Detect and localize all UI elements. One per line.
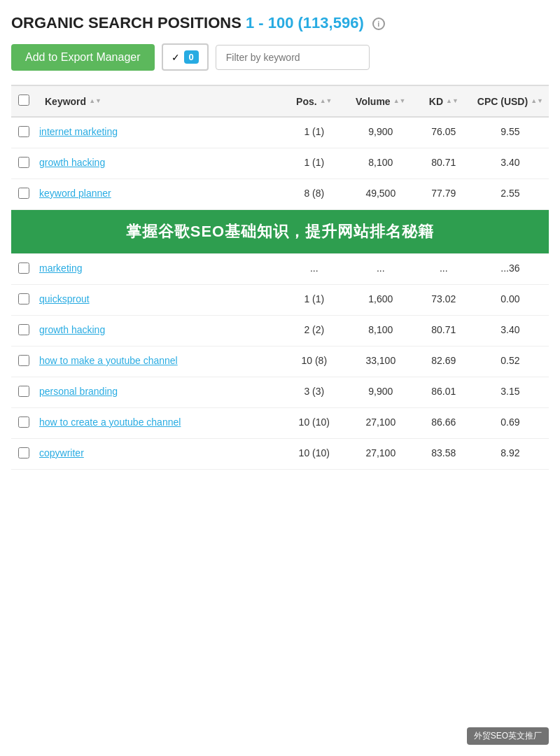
kd-cell: 76.05 bbox=[416, 117, 472, 148]
keyword-cell: keyword planner bbox=[36, 179, 283, 210]
pos-cell: 10 (8) bbox=[283, 346, 346, 377]
keyword-cell: growth hacking bbox=[36, 316, 283, 346]
row-checkbox[interactable] bbox=[18, 416, 29, 428]
check-badge: 0 bbox=[184, 50, 199, 64]
info-icon[interactable]: i bbox=[372, 18, 385, 30]
sort-arrows-cpc[interactable]: ▲▼ bbox=[531, 98, 543, 104]
kd-cell: ... bbox=[416, 254, 472, 285]
pos-cell: 10 (10) bbox=[283, 408, 346, 439]
row-checkbox[interactable] bbox=[18, 355, 29, 366]
row-checkbox[interactable] bbox=[18, 386, 29, 397]
keyword-cell: how to create a youtube channel bbox=[36, 408, 283, 439]
row-checkbox-cell bbox=[11, 316, 36, 346]
table-row: personal branding3 (3)9,90086.013.15 bbox=[11, 377, 549, 408]
header-volume-label: Volume bbox=[356, 96, 391, 107]
sort-arrows-volume[interactable]: ▲▼ bbox=[393, 98, 406, 104]
cpc-cell: 8.92 bbox=[472, 439, 549, 470]
cpc-cell: ...36 bbox=[472, 254, 549, 285]
row-checkbox-cell bbox=[11, 408, 36, 439]
volume-cell: 27,100 bbox=[346, 408, 416, 439]
banner-cell: 掌握谷歌SEO基础知识，提升网站排名秘籍 bbox=[11, 210, 549, 254]
row-checkbox[interactable] bbox=[18, 262, 29, 274]
header-kd: KD ▲▼ bbox=[416, 85, 472, 117]
cpc-cell: 3.40 bbox=[472, 148, 549, 179]
keyword-link[interactable]: internet marketing bbox=[39, 126, 118, 137]
keyword-link[interactable]: how to create a youtube channel bbox=[39, 416, 181, 428]
cpc-cell: 9.55 bbox=[472, 117, 549, 148]
table-header-row: Keyword ▲▼ Pos. ▲▼ Volume ▲▼ bbox=[11, 85, 549, 117]
row-checkbox-cell bbox=[11, 285, 36, 316]
keywords-table: Keyword ▲▼ Pos. ▲▼ Volume ▲▼ bbox=[11, 85, 549, 470]
cpc-cell: 3.15 bbox=[472, 377, 549, 408]
keyword-cell: marketing bbox=[36, 254, 283, 285]
row-checkbox-cell bbox=[11, 179, 36, 210]
table-row: quicksprout1 (1)1,60073.020.00 bbox=[11, 285, 549, 316]
keyword-link[interactable]: personal branding bbox=[39, 386, 118, 397]
toolbar: Add to Export Manager ✓ 0 bbox=[11, 43, 549, 71]
keyword-link[interactable]: keyword planner bbox=[39, 188, 111, 199]
row-checkbox[interactable] bbox=[18, 447, 29, 458]
cpc-cell: 0.69 bbox=[472, 408, 549, 439]
row-checkbox[interactable] bbox=[18, 157, 29, 168]
keyword-link[interactable]: how to make a youtube channel bbox=[39, 355, 178, 366]
check-icon: ✓ bbox=[172, 52, 180, 63]
select-all-checkbox[interactable] bbox=[18, 94, 29, 106]
kd-cell: 80.71 bbox=[416, 148, 472, 179]
kd-cell: 77.79 bbox=[416, 179, 472, 210]
table-row: keyword planner8 (8)49,50077.792.55 bbox=[11, 179, 549, 210]
table-row: growth hacking1 (1)8,10080.713.40 bbox=[11, 148, 549, 179]
row-checkbox[interactable] bbox=[18, 293, 29, 304]
export-button[interactable]: Add to Export Manager bbox=[11, 44, 155, 71]
keyword-cell: personal branding bbox=[36, 377, 283, 408]
cpc-cell: 0.00 bbox=[472, 285, 549, 316]
page-title: ORGANIC SEARCH POSITIONS 1 - 100 (113,59… bbox=[11, 14, 549, 32]
banner-text: 掌握谷歌SEO基础知识，提升网站排名秘籍 bbox=[11, 210, 549, 253]
keyword-link[interactable]: marketing bbox=[39, 262, 82, 274]
volume-cell: 8,100 bbox=[346, 316, 416, 346]
filter-input[interactable] bbox=[216, 45, 370, 70]
row-checkbox[interactable] bbox=[18, 188, 29, 199]
sort-arrows-keyword[interactable]: ▲▼ bbox=[89, 98, 102, 104]
cpc-cell: 3.40 bbox=[472, 316, 549, 346]
row-checkbox-cell bbox=[11, 439, 36, 470]
volume-cell: 27,100 bbox=[346, 439, 416, 470]
pos-cell: 2 (2) bbox=[283, 316, 346, 346]
keyword-link[interactable]: quicksprout bbox=[39, 293, 90, 304]
table-row: how to make a youtube channel10 (8)33,10… bbox=[11, 346, 549, 377]
cpc-cell: 2.55 bbox=[472, 179, 549, 210]
banner-row: 掌握谷歌SEO基础知识，提升网站排名秘籍 bbox=[11, 210, 549, 254]
table-row: growth hacking2 (2)8,10080.713.40 bbox=[11, 316, 549, 346]
keyword-link[interactable]: growth hacking bbox=[39, 157, 105, 168]
volume-cell: ... bbox=[346, 254, 416, 285]
pos-cell: ... bbox=[283, 254, 346, 285]
row-checkbox[interactable] bbox=[18, 126, 29, 137]
kd-cell: 86.01 bbox=[416, 377, 472, 408]
header-cpc: CPC (USD) ▲▼ bbox=[472, 85, 549, 117]
table-row: marketing............36 bbox=[11, 254, 549, 285]
keyword-link[interactable]: growth hacking bbox=[39, 324, 105, 335]
keyword-link[interactable]: copywriter bbox=[39, 447, 84, 458]
pos-cell: 1 (1) bbox=[283, 117, 346, 148]
kd-cell: 86.66 bbox=[416, 408, 472, 439]
row-checkbox[interactable] bbox=[18, 324, 29, 335]
keyword-cell: internet marketing bbox=[36, 117, 283, 148]
row-checkbox-cell bbox=[11, 117, 36, 148]
check-button[interactable]: ✓ 0 bbox=[162, 43, 209, 71]
volume-cell: 33,100 bbox=[346, 346, 416, 377]
volume-cell: 8,100 bbox=[346, 148, 416, 179]
keyword-cell: growth hacking bbox=[36, 148, 283, 179]
table-row: copywriter10 (10)27,10083.588.92 bbox=[11, 439, 549, 470]
sort-arrows-pos[interactable]: ▲▼ bbox=[320, 98, 332, 104]
volume-cell: 9,900 bbox=[346, 117, 416, 148]
table-row: internet marketing1 (1)9,90076.059.55 bbox=[11, 117, 549, 148]
kd-cell: 83.58 bbox=[416, 439, 472, 470]
kd-cell: 80.71 bbox=[416, 316, 472, 346]
header-kd-label: KD bbox=[429, 96, 443, 107]
cpc-cell: 0.52 bbox=[472, 346, 549, 377]
kd-cell: 73.02 bbox=[416, 285, 472, 316]
header-pos: Pos. ▲▼ bbox=[283, 85, 346, 117]
pos-cell: 1 (1) bbox=[283, 285, 346, 316]
sort-arrows-kd[interactable]: ▲▼ bbox=[446, 98, 458, 104]
keyword-cell: quicksprout bbox=[36, 285, 283, 316]
row-checkbox-cell bbox=[11, 148, 36, 179]
